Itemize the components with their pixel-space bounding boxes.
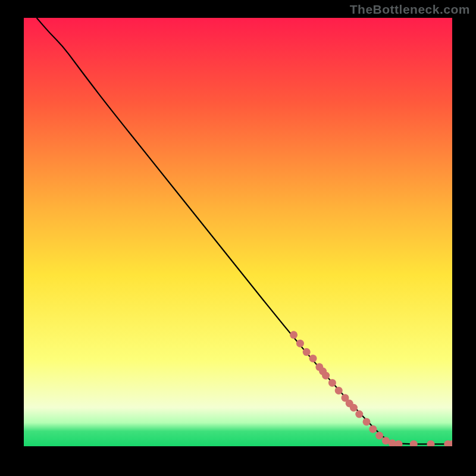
gradient-background [24, 18, 452, 446]
data-marker [335, 387, 343, 394]
watermark-text: TheBottleneck.com [350, 2, 470, 17]
data-marker [303, 348, 311, 356]
data-marker [363, 418, 371, 425]
data-marker [328, 379, 336, 387]
data-marker [290, 331, 298, 339]
data-marker [369, 425, 377, 433]
data-marker [355, 411, 363, 418]
chart-svg [24, 18, 452, 446]
plot-area [24, 18, 452, 446]
data-marker [309, 355, 317, 362]
data-marker [375, 432, 383, 440]
data-marker [350, 404, 358, 412]
data-marker [322, 372, 330, 380]
chart-frame: TheBottleneck.com [0, 0, 476, 476]
data-marker [296, 340, 304, 347]
